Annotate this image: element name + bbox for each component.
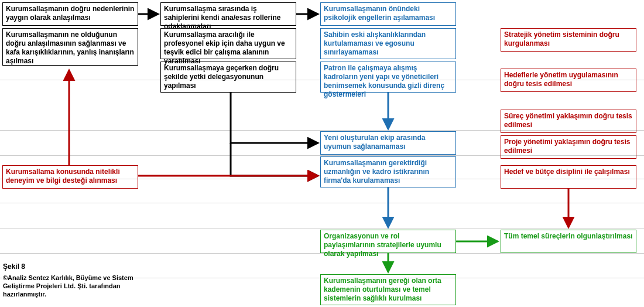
arrow-delegation-to-expertise bbox=[231, 143, 318, 176]
arrows-layer bbox=[0, 0, 644, 307]
credit-line: ©Analiz Sentez Karlılık, Büyüme ve Siste… bbox=[3, 274, 138, 298]
figure-caption: Şekil 8 bbox=[3, 262, 25, 271]
arrow-delegation-to-team-harmony bbox=[231, 93, 318, 143]
diagram: Kurumsallaşmanın doğru nedenlerinin yayg… bbox=[0, 0, 644, 307]
